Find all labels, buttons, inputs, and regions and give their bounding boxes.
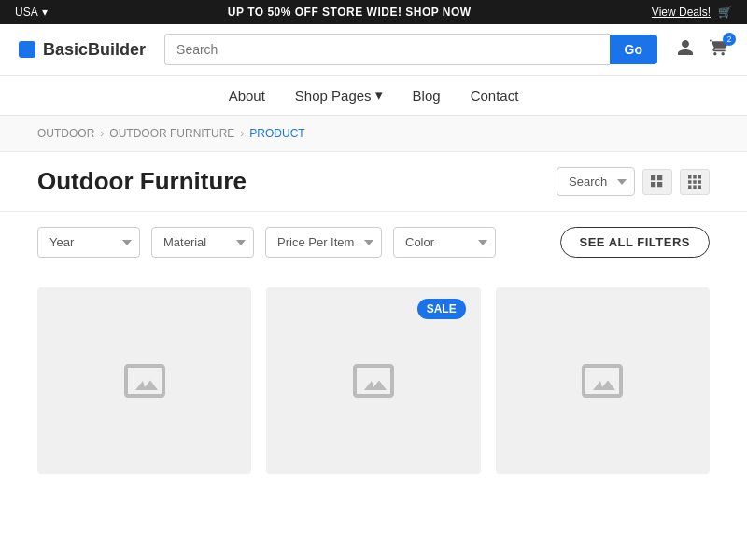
- list-view-button[interactable]: [680, 169, 710, 195]
- svg-rect-3: [657, 182, 662, 187]
- svg-rect-7: [688, 180, 692, 184]
- breadcrumb-outdoor-furniture[interactable]: OUTDOOR FURNITURE: [109, 127, 234, 140]
- material-filter[interactable]: Material: [151, 227, 254, 258]
- nav-item-blog[interactable]: Blog: [413, 88, 441, 104]
- color-filter[interactable]: Color: [393, 227, 496, 258]
- product-image-placeholder-2: [351, 358, 396, 403]
- year-filter[interactable]: Year: [37, 227, 140, 258]
- svg-rect-5: [693, 175, 697, 179]
- breadcrumb-sep-1: ›: [100, 127, 104, 140]
- logo-text: BasicBuilder: [43, 40, 146, 60]
- country-selector[interactable]: USA ▾: [15, 6, 48, 19]
- search-input[interactable]: [164, 34, 610, 65]
- svg-rect-1: [657, 175, 662, 180]
- product-image-placeholder-3: [580, 358, 625, 403]
- product-image-placeholder-1: [122, 358, 167, 403]
- see-all-filters-button[interactable]: SEE ALL FILTERS: [560, 227, 711, 258]
- svg-rect-4: [688, 175, 692, 179]
- filters-row: Year Material Price Per Item Color SEE A…: [0, 212, 747, 273]
- svg-rect-0: [651, 175, 655, 180]
- view-deals-label: View Deals!: [652, 6, 711, 19]
- sort-select[interactable]: Search: [557, 167, 635, 196]
- product-grid: SALE: [0, 273, 747, 511]
- view-deals-link[interactable]: View Deals! 🛒: [652, 6, 732, 19]
- cart-icon: 🛒: [718, 6, 732, 19]
- search-go-button[interactable]: Go: [610, 35, 657, 64]
- svg-rect-2: [651, 182, 655, 187]
- country-label: USA: [15, 6, 38, 19]
- grid-view-button[interactable]: [642, 169, 672, 195]
- svg-rect-8: [693, 180, 697, 184]
- svg-rect-10: [688, 185, 692, 189]
- nav-item-about[interactable]: About: [229, 88, 265, 104]
- svg-rect-11: [693, 185, 697, 189]
- breadcrumb-sep-2: ›: [240, 127, 244, 140]
- product-card-1[interactable]: [37, 287, 251, 474]
- chevron-down-icon: ▾: [375, 87, 383, 104]
- promo-text: UP TO 50% OFF STORE WIDE! SHOP NOW: [48, 6, 652, 19]
- cart-icon[interactable]: 2: [710, 38, 728, 62]
- price-filter[interactable]: Price Per Item: [265, 227, 382, 258]
- breadcrumb: OUTDOOR › OUTDOOR FURNITURE › PRODUCT: [0, 116, 747, 152]
- header: BasicBuilder Go 2: [0, 24, 747, 76]
- breadcrumb-product: PRODUCT: [249, 127, 304, 140]
- sale-badge: SALE: [417, 299, 466, 319]
- page-title-area: Outdoor Furniture Search: [0, 152, 747, 212]
- breadcrumb-outdoor[interactable]: OUTDOOR: [37, 127, 94, 140]
- logo[interactable]: BasicBuilder: [19, 40, 146, 60]
- cart-count: 2: [723, 33, 736, 46]
- logo-icon: [19, 41, 35, 58]
- search-bar: Go: [164, 34, 657, 65]
- page-title: Outdoor Furniture: [37, 167, 247, 196]
- nav-item-shop-pages[interactable]: Shop Pages ▾: [295, 87, 383, 104]
- svg-rect-9: [698, 180, 702, 184]
- svg-rect-6: [698, 175, 702, 179]
- main-nav: About Shop Pages ▾ Blog Contact: [0, 76, 747, 116]
- product-card-2[interactable]: SALE: [266, 287, 480, 474]
- top-banner: USA ▾ UP TO 50% OFF STORE WIDE! SHOP NOW…: [0, 0, 747, 24]
- user-icon[interactable]: [676, 38, 695, 62]
- header-icons: 2: [676, 38, 728, 62]
- grid-large-icon: [688, 175, 701, 189]
- nav-item-contact[interactable]: Contact: [471, 88, 519, 104]
- grid-small-icon: [651, 175, 664, 189]
- svg-rect-12: [698, 185, 702, 189]
- product-card-3[interactable]: [496, 287, 710, 474]
- view-controls: Search: [557, 167, 710, 196]
